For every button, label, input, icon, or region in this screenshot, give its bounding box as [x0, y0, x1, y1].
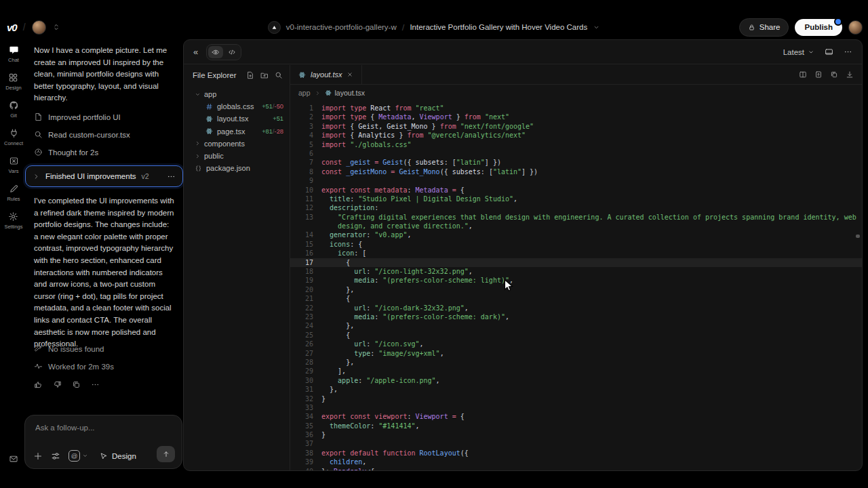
user-avatar[interactable] [848, 20, 863, 35]
v0-logo[interactable]: v0 [7, 22, 17, 33]
version-card-label: Finished UI improvements [45, 172, 136, 180]
composer[interactable]: @ Design [24, 415, 182, 469]
mention-source-picker[interactable]: @ [68, 450, 88, 462]
more-icon[interactable] [91, 380, 100, 389]
more-icon[interactable] [167, 172, 176, 181]
line-number: 25 [290, 331, 313, 340]
chevron-right-icon[interactable] [33, 173, 40, 180]
new-file-icon[interactable] [246, 71, 254, 79]
copy-icon[interactable] [830, 70, 838, 79]
step-pulse[interactable]: Worked for 2m 39s [34, 362, 114, 371]
project-name[interactable]: v0-interactive-portfolio-gallery-w [286, 23, 397, 31]
publish-button[interactable]: Publish [795, 19, 842, 36]
tree-item-app[interactable]: app [184, 88, 290, 100]
code-line: 31 }, [290, 385, 862, 394]
code-text: "Crafting digital experiences that blend… [321, 213, 856, 222]
code-text: children, [321, 458, 366, 466]
step-file[interactable]: Improved portfolio UI [34, 113, 130, 121]
divider-slash: / [23, 22, 26, 33]
download-icon[interactable] [846, 70, 854, 79]
tree-item-label: globals.css [217, 102, 254, 110]
chat-title[interactable]: Interactive Portfolio Gallery with Hover… [410, 23, 587, 31]
split-view-icon[interactable] [799, 70, 807, 79]
copy-icon[interactable] [72, 380, 81, 389]
code-line: 35 themeColor: "#141414", [290, 422, 862, 430]
rules-icon [9, 184, 19, 194]
token: const [350, 413, 374, 420]
search-icon[interactable] [275, 71, 283, 79]
code-line: 6 [290, 149, 862, 158]
line-number: 10 [290, 186, 313, 195]
chevron-right-icon [315, 90, 321, 96]
token: "Studio Pixel | Digital Design Studio" [358, 195, 513, 203]
rail-item-chat[interactable]: Chat [8, 45, 19, 63]
rail-item-connect[interactable]: Connect [4, 128, 23, 146]
code-line: 10export const metadata: Metadata = { [290, 186, 862, 195]
browser-icon[interactable] [825, 47, 833, 56]
mail-icon[interactable] [9, 454, 18, 464]
thumbs-down-icon[interactable] [53, 380, 62, 389]
code-text: }, [321, 285, 354, 294]
send-button[interactable] [157, 446, 175, 462]
code-toggle-icon[interactable] [224, 46, 239, 58]
workspace-switcher-icon[interactable] [52, 23, 60, 31]
tab-layout-tsx[interactable]: layout.tsx [290, 65, 362, 84]
thought-icon [34, 148, 43, 157]
tree-item-public[interactable]: public [184, 150, 290, 162]
token: : { [350, 241, 362, 248]
scrollbar-thumb[interactable] [856, 235, 860, 238]
version-card[interactable]: Finished UI improvements v2 [25, 165, 183, 187]
code-line: 23 media: "(prefers-color-scheme: dark)"… [290, 312, 862, 321]
tree-item-globals-css[interactable]: globals.css+51/-50 [184, 100, 290, 113]
token: Geist_Mono [387, 123, 427, 130]
line-number: 21 [290, 294, 313, 303]
token: , [407, 231, 411, 239]
token: Readonly [334, 468, 366, 470]
rail-item-design[interactable]: Design [5, 73, 21, 91]
token: default [350, 449, 382, 457]
vercel-logo-icon[interactable] [268, 21, 281, 34]
tree-item-package-json[interactable]: package.json [184, 162, 290, 174]
thumbs-up-icon[interactable] [34, 380, 43, 389]
breadcrumb: v0-interactive-portfolio-gallery-w / Int… [268, 21, 600, 34]
task-steps: Improved portfolio UIRead custom-cursor.… [34, 113, 130, 157]
line-number: 36 [290, 430, 313, 439]
step-wrench[interactable]: No issues found [34, 344, 114, 353]
new-folder-icon[interactable] [260, 71, 269, 79]
rail-item-git[interactable]: Git [9, 100, 19, 119]
close-icon[interactable] [347, 71, 353, 78]
settings-sliders-icon[interactable] [51, 451, 60, 461]
step-thought[interactable]: Thought for 2s [34, 148, 130, 157]
version-selector[interactable]: Latest [783, 48, 814, 56]
code-text: import type { Metadata, Viewport } from … [321, 113, 509, 121]
tree-item-page-tsx[interactable]: page.tsx+81/-28 [184, 125, 290, 138]
add-icon[interactable] [33, 451, 43, 461]
line-number: 28 [290, 358, 313, 367]
preview-toggle-eye-icon[interactable] [208, 46, 223, 58]
token: export [321, 449, 350, 457]
mode-selector[interactable]: Design [100, 452, 136, 460]
workspace-avatar[interactable] [32, 20, 46, 35]
export-file-icon[interactable] [814, 70, 823, 79]
chevron-down-icon[interactable] [593, 24, 600, 31]
rail-item-rules[interactable]: Rules [7, 184, 20, 202]
collapse-panel-icon[interactable]: « [193, 47, 198, 56]
code-line: 19 media: "(prefers-color-scheme: light)… [290, 276, 862, 285]
code-area[interactable]: 1import type React from "react"2import t… [290, 104, 862, 470]
token: { [350, 123, 358, 130]
share-button[interactable]: Share [739, 18, 789, 37]
tree-item-layout-tsx[interactable]: layout.tsx+51 [184, 113, 290, 125]
rail-item-settings[interactable]: Settings [4, 211, 22, 230]
token: Geist [382, 159, 403, 166]
token [321, 304, 354, 312]
follow-up-input[interactable] [34, 423, 169, 432]
token: }: [321, 468, 334, 470]
step-search[interactable]: Read custom-cursor.tsx [34, 130, 130, 139]
breadcrumb-file[interactable]: layout.tsx [325, 89, 365, 97]
more-icon[interactable] [844, 47, 852, 56]
rail-item-vars[interactable]: Vars [9, 156, 19, 174]
tree-item-components[interactable]: components [184, 138, 290, 150]
breadcrumb-folder[interactable]: app [298, 89, 311, 97]
code-line: 38export default function RootLayout({ [290, 449, 862, 458]
token: , [505, 313, 509, 321]
